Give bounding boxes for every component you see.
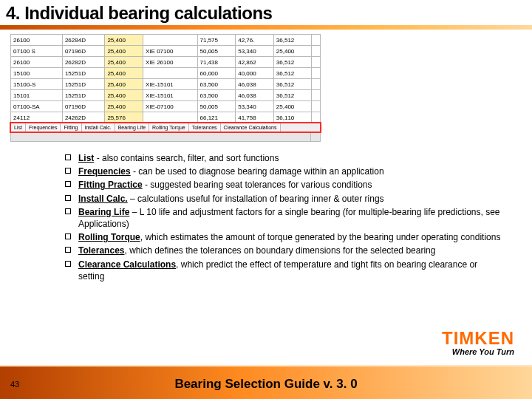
- table-cell: 26282D: [62, 57, 104, 68]
- table-cell: [312, 35, 321, 46]
- table-cell: 25,400: [105, 79, 143, 90]
- table-cell: 36,512: [273, 79, 312, 90]
- table-cell: 36,110: [273, 112, 312, 123]
- table-cell: XIE 07100: [143, 46, 198, 57]
- table-cell: 15100-S: [11, 79, 63, 90]
- app-screenshot: 2610026284D25,40071,57542,76.36,51207100…: [10, 34, 321, 142]
- table-cell: 71,438: [197, 57, 236, 68]
- table-cell: 42,76.: [236, 35, 274, 46]
- table-cell: 24262D: [62, 112, 104, 123]
- table-cell: 25,400: [105, 46, 143, 57]
- table-cell: [312, 68, 321, 79]
- table-cell: XIE-15101: [143, 90, 198, 101]
- table-cell: [312, 90, 321, 101]
- tab[interactable]: Bearing Life: [115, 123, 149, 132]
- table-cell: 71,575: [197, 35, 236, 46]
- table-cell: 63,500: [197, 79, 236, 90]
- table-cell: 07100-SA: [11, 101, 63, 112]
- table-cell: 25,400: [273, 101, 312, 112]
- bullet-item: Rolling Torque, which estimates the amou…: [65, 231, 502, 243]
- table-cell: [312, 79, 321, 90]
- table-cell: 36,512: [273, 35, 312, 46]
- table-cell: [143, 112, 198, 123]
- table-cell: 25,400: [105, 90, 143, 101]
- table-cell: 46,038: [236, 90, 274, 101]
- table-cell: [312, 112, 321, 123]
- title-bar: 4. Individual bearing calculations: [0, 0, 532, 24]
- table-cell: 26100: [11, 35, 63, 46]
- tab[interactable]: Install Calc.: [82, 123, 115, 132]
- tab[interactable]: Clearance Calculations: [221, 123, 281, 132]
- table-cell: 63,500: [197, 90, 236, 101]
- tab[interactable]: Rolling Torque: [149, 123, 189, 132]
- brand-logo: TIMKEN: [442, 328, 514, 349]
- table-cell: XIE-15101: [143, 79, 198, 90]
- table-cell: [312, 101, 321, 112]
- table-cell: [143, 35, 198, 46]
- table-cell: XIE 26100: [143, 57, 198, 68]
- tab[interactable]: Fitting: [61, 123, 81, 132]
- table-cell: 25,400: [105, 57, 143, 68]
- table-cell: 25,576: [105, 112, 143, 123]
- tab[interactable]: List: [11, 123, 26, 132]
- table-cell: 46,038: [236, 79, 274, 90]
- table-cell: 60,000: [197, 68, 236, 79]
- bullet-item: Clearance Calculations, which predict th…: [65, 259, 502, 282]
- table-cell: 15101: [11, 90, 63, 101]
- table-cell: 25,400: [105, 35, 143, 46]
- tab[interactable]: Frequencies: [26, 123, 61, 132]
- table-cell: 66,121: [197, 112, 236, 123]
- table-cell: 15251D: [62, 68, 104, 79]
- table-cell: [312, 57, 321, 68]
- table-cell: 53,340: [236, 46, 274, 57]
- table-cell: 07196D: [62, 101, 104, 112]
- table-cell: 25,400: [105, 101, 143, 112]
- table-cell: 50,005: [197, 46, 236, 57]
- table-cell: 24112: [11, 112, 63, 123]
- table-cell: 36,512: [273, 57, 312, 68]
- table-cell: [143, 68, 198, 79]
- bullet-item: Fitting Practice - suggested bearing sea…: [65, 179, 502, 191]
- scrollbar-stub: [10, 132, 321, 142]
- title-underline: [0, 25, 532, 30]
- table-cell: 26100: [11, 57, 63, 68]
- brand-tagline: Where You Turn: [442, 347, 514, 356]
- table-cell: 26284D: [62, 35, 104, 46]
- bullet-list: List - also contains search, filter, and…: [65, 152, 502, 282]
- table-cell: 36,512: [273, 90, 312, 101]
- table-cell: 07100 S: [11, 46, 63, 57]
- table-cell: 50,005: [197, 101, 236, 112]
- tab[interactable]: Tolerances: [189, 123, 221, 132]
- table-cell: [312, 46, 321, 57]
- table-cell: XIE-07100: [143, 101, 198, 112]
- table-cell: 36,512: [273, 68, 312, 79]
- table-cell: 15251D: [62, 79, 104, 90]
- table-cell: 07196D: [62, 46, 104, 57]
- table-cell: 42,862: [236, 57, 274, 68]
- slide-title: 4. Individual bearing calculations: [6, 3, 526, 24]
- logo-block: TIMKEN Where You Turn: [442, 328, 514, 356]
- table-cell: 40,000: [236, 68, 274, 79]
- bullet-item: Bearing Life – L 10 life and adjustment …: [65, 206, 502, 230]
- table-cell: 53,340: [236, 101, 274, 112]
- bullet-item: List - also contains search, filter, and…: [65, 152, 502, 164]
- table-cell: 41,758: [236, 112, 274, 123]
- tabs-row: ListFrequenciesFittingInstall Calc.Beari…: [10, 123, 321, 132]
- bullet-item: Install Calc. – calculations useful for …: [65, 193, 502, 205]
- footer-title: Bearing Selection Guide v. 3. 0: [0, 377, 532, 392]
- bullet-item: Frequencies - can be used to diagnose be…: [65, 166, 502, 177]
- table-cell: 25,400: [273, 46, 312, 57]
- table-cell: 15251D: [62, 90, 104, 101]
- bullet-item: Tolerances, which defines the tolerances…: [65, 245, 502, 256]
- table-cell: 25,400: [105, 68, 143, 79]
- bearing-table: 2610026284D25,40071,57542,76.36,51207100…: [10, 34, 321, 123]
- table-cell: 15100: [11, 68, 63, 79]
